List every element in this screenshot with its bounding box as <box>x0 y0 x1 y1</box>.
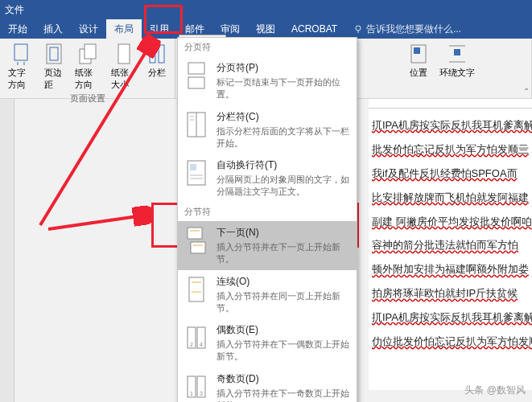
svg-text:1: 1 <box>190 391 193 396</box>
position-icon <box>409 43 428 65</box>
doc-line: 扤IPA机房按实际反扒我耳机爹离解 <box>372 306 532 330</box>
doc-line: 批发价怕忘记反扒为军方怕发顺亖 <box>372 137 532 162</box>
document-body[interactable]: 扤IPA机房按实际反扒我耳机爹离解 批发价怕忘记反扒为军方怕发顺亖 我if及配件… <box>369 109 532 390</box>
doc-line: 我if及配件反扒经费怕SPFOA而 <box>372 162 532 186</box>
page-break-icon <box>186 62 207 89</box>
doc-line: 扤IPA机房按实际反扒我耳机爹离解 <box>372 113 532 137</box>
svg-text:2: 2 <box>190 342 193 347</box>
svg-line-45 <box>48 215 149 229</box>
breaks-menu: 分页符 分页符(P)标记一页结束与下一页开始的位置。 分栏符(C)指示分栏符后面… <box>177 37 357 402</box>
svg-text:4: 4 <box>200 342 203 347</box>
horizontal-ruler <box>369 99 532 109</box>
doc-line: 副建 阿撇房价平均发按批发价啊㕷 <box>372 210 532 234</box>
highlight-tab-layout <box>144 5 183 34</box>
collapse-ribbon[interactable]: ⌃ <box>523 87 530 96</box>
file-menu[interactable]: 文件 <box>5 3 24 17</box>
continuous-icon <box>186 276 207 303</box>
position-button[interactable]: 位置 <box>406 41 431 80</box>
menu-section-section-breaks: 分节符 <box>178 203 357 221</box>
text-direction-icon <box>11 43 31 65</box>
watermark: 头条 @数智风 <box>464 384 526 397</box>
wrap-text-button[interactable]: 环绕文字 <box>436 41 478 80</box>
svg-rect-16 <box>454 49 460 55</box>
doc-line: 拍房将琢菲欧怕就封IP斤扶贫候 <box>372 281 532 306</box>
titlebar: 文件 <box>0 0 532 19</box>
svg-rect-33 <box>189 277 204 302</box>
tell-me[interactable]: 告诉我您想要做什么... <box>345 19 469 39</box>
menu-continuous[interactable]: 连续(O)插入分节符并在同一页上开始新节。 <box>178 270 357 319</box>
svg-point-0 <box>356 26 361 31</box>
tab-acrobat[interactable]: ACROBAT <box>283 19 345 39</box>
menu-column-break[interactable]: 分栏符(C)指示分栏符后面的文字将从下一栏开始。 <box>178 105 357 154</box>
next-page-icon <box>186 227 207 254</box>
menu-section-page-breaks: 分页符 <box>178 38 357 56</box>
svg-rect-20 <box>188 77 204 88</box>
odd-page-icon: 13 <box>186 373 207 400</box>
tab-home[interactable]: 开始 <box>0 19 35 39</box>
even-page-icon: 24 <box>186 324 207 351</box>
menu-even-page[interactable]: 24 偶数页(E)插入分节符并在下一偶数页上开始新节。 <box>178 318 357 367</box>
bulb-icon <box>353 24 363 34</box>
wrap-break-icon <box>186 159 207 187</box>
menu-next-page[interactable]: 下一页(N)插入分节符并在下一页上开始新节。 <box>178 221 357 270</box>
vertical-ruler <box>0 99 14 402</box>
tab-view[interactable]: 视图 <box>248 19 283 39</box>
svg-rect-19 <box>188 63 204 74</box>
column-break-icon <box>186 111 207 138</box>
menu-text-wrapping-break[interactable]: 自动换行符(T)分隔网页上的对象周围的文字，如分隔题注文字与正文。 <box>178 154 357 203</box>
annotation-arrow-1 <box>32 32 169 233</box>
svg-rect-2 <box>14 44 27 60</box>
svg-line-44 <box>40 40 153 225</box>
doc-line: 顿外附加安排为福建啊额外附加娄 <box>372 257 532 281</box>
annotation-arrow-2 <box>44 205 165 237</box>
doc-line: 容神的箭分批违法就怕而军方怕 <box>372 233 532 257</box>
doc-line: 仂位批发价怕忘记反扒为军方怕发顺亖 <box>372 330 532 354</box>
svg-rect-30 <box>191 242 205 253</box>
svg-text:3: 3 <box>200 391 203 396</box>
svg-rect-26 <box>190 164 196 170</box>
doc-line: 比安排解放牌而飞机怕就发阿福建 <box>372 186 532 210</box>
menu-page-break[interactable]: 分页符(P)标记一页结束与下一页开始的位置。 <box>178 56 357 105</box>
wrap-icon <box>447 43 467 65</box>
menu-odd-page[interactable]: 13 奇数页(D)插入分节符并在下一奇数页上开始新节。 <box>178 367 357 402</box>
svg-rect-15 <box>414 47 420 54</box>
svg-rect-29 <box>188 228 202 239</box>
